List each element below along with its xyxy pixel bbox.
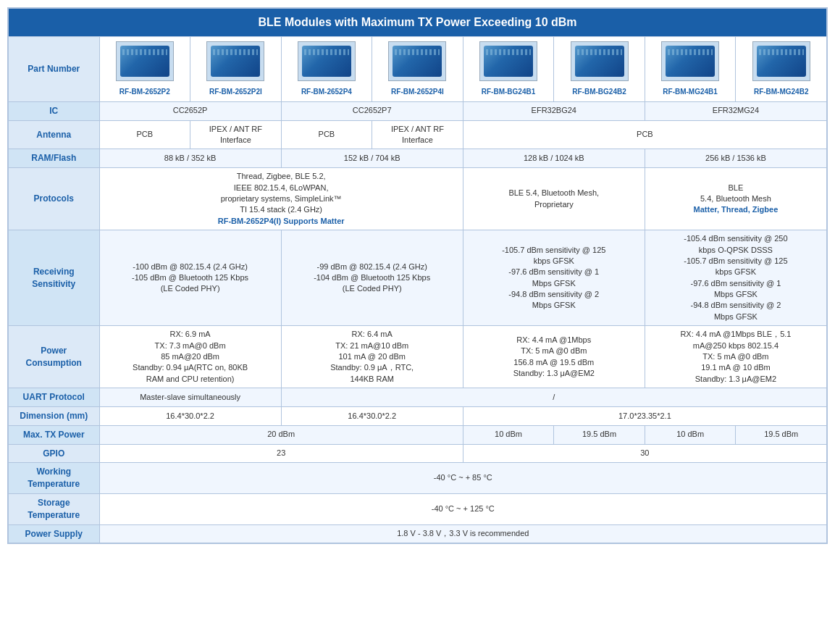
table-title: BLE Modules with Maximum TX Power Exceed…	[9, 9, 827, 37]
power-supply-label: Power Supply	[9, 524, 100, 543]
ic-cc2652p7: CC2652P7	[281, 101, 463, 120]
max-tx-4: 10 dBm	[645, 425, 736, 444]
dimension-1: 16.4*30.0*2.2	[99, 406, 281, 425]
protocols-label: Protocols	[9, 168, 100, 230]
ic-efr32mg24: EFR32MG24	[645, 101, 826, 120]
receiving-sensitivity-label: ReceivingSensitivity	[9, 230, 100, 326]
antenna-label: Antenna	[9, 120, 100, 149]
part-label-1: RF-BM-2652P2	[103, 87, 188, 97]
part-image-6	[571, 41, 629, 81]
ram-flash-3: 128 kB / 1024 kB	[463, 149, 645, 168]
part-col-1: RF-BM-2652P2	[99, 37, 190, 101]
part-col-2: RF-BM-2652P2I	[190, 37, 282, 101]
part-col-6: RF-BM-BG24B2	[554, 37, 645, 101]
gpio-23: 23	[99, 444, 463, 463]
recv-sens-3: -105.7 dBm sensitivity @ 125 kbps GFSK -…	[463, 230, 645, 326]
antenna-row: Antenna PCB IPEX / ANT RF Interface PCB …	[9, 120, 827, 149]
part-label-3: RF-BM-2652P4	[285, 87, 369, 97]
working-temp-val: -40 °C ~ + 85 °C	[99, 463, 826, 494]
part-number-row: Part Number RF-BM-2652P2 RF-BM-2652P2I R…	[9, 37, 827, 101]
ic-efr32bg24: EFR32BG24	[463, 101, 645, 120]
protocols-efr32bg24: BLE 5.4, Bluetooth Mesh,Proprietary	[463, 168, 645, 230]
working-temp-row: WorkingTemperature -40 °C ~ + 85 °C	[9, 463, 827, 494]
protocols-cc2652: Thread, Zigbee, BLE 5.2, IEEE 802.15.4, …	[99, 168, 463, 230]
part-image-4	[388, 41, 446, 81]
part-label-8: RF-BM-MG24B2	[739, 87, 823, 97]
power-consumption-row: PowerConsumption RX: 6.9 mA TX: 7.3 mA@0…	[9, 326, 827, 388]
part-col-8: RF-BM-MG24B2	[736, 37, 827, 101]
ic-row: IC CC2652P CC2652P7 EFR32BG24 EFR32MG24	[9, 101, 827, 120]
title-row: BLE Modules with Maximum TX Power Exceed…	[9, 9, 827, 37]
power-consumption-label: PowerConsumption	[9, 326, 100, 388]
gpio-30: 30	[463, 444, 826, 463]
receiving-sensitivity-row: ReceivingSensitivity -100 dBm @ 802.15.4…	[9, 230, 827, 326]
part-label-7: RF-BM-MG24B1	[648, 87, 733, 97]
power-cons-2: RX: 6.4 mA TX: 21 mA@10 dBm 101 mA @ 20 …	[281, 326, 463, 388]
ram-flash-label: RAM/Flash	[9, 149, 100, 168]
working-temp-label: WorkingTemperature	[9, 463, 100, 494]
uart-val-1: Master-slave simultaneously	[99, 388, 281, 407]
part-label-6: RF-BM-BG24B2	[557, 87, 642, 97]
max-tx-1: 20 dBm	[99, 425, 463, 444]
recv-sens-4: -105.4 dBm sensitivity @ 250 kbps O-QPSK…	[645, 230, 826, 326]
part-col-4: RF-BM-2652P4I	[372, 37, 463, 101]
recv-sens-1: -100 dBm @ 802.15.4 (2.4 GHz) -105 dBm @…	[99, 230, 281, 326]
max-tx-3: 19.5 dBm	[554, 425, 645, 444]
ic-cc2652p: CC2652P	[99, 101, 281, 120]
ram-flash-1: 88 kB / 352 kB	[99, 149, 281, 168]
part-image-7	[661, 41, 719, 81]
ram-flash-4: 256 kB / 1536 kB	[645, 149, 826, 168]
antenna-ipex-2: IPEX / ANT RF Interface	[372, 120, 463, 149]
power-cons-4: RX: 4.4 mA @1Mbps BLE，5.1 mA@250 kbps 80…	[645, 326, 826, 388]
part-image-8	[752, 41, 810, 81]
max-tx-power-row: Max. TX Power 20 dBm 10 dBm 19.5 dBm 10 …	[9, 425, 827, 444]
antenna-ipex-1: IPEX / ANT RF Interface	[190, 120, 282, 149]
ic-label: IC	[9, 101, 100, 120]
max-tx-power-label: Max. TX Power	[9, 425, 100, 444]
power-supply-row: Power Supply 1.8 V - 3.8 V，3.3 V is reco…	[9, 524, 827, 543]
part-label-5: RF-BM-BG24B1	[466, 87, 551, 97]
antenna-pcb-2: PCB	[281, 120, 372, 149]
part-number-label: Part Number	[9, 37, 100, 101]
dimension-3: 17.0*23.35*2.1	[463, 406, 826, 425]
antenna-pcb-1: PCB	[99, 120, 190, 149]
dimension-label: Dimension (mm)	[9, 406, 100, 425]
part-image-3	[298, 41, 356, 81]
ram-flash-2: 152 kB / 704 kB	[281, 149, 463, 168]
gpio-label: GPIO	[9, 444, 100, 463]
power-cons-1: RX: 6.9 mA TX: 7.3 mA@0 dBm 85 mA@20 dBm…	[99, 326, 281, 388]
max-tx-5: 19.5 dBm	[736, 425, 827, 444]
uart-protocol-row: UART Protocol Master-slave simultaneousl…	[9, 388, 827, 407]
antenna-pcb-all: PCB	[463, 120, 826, 149]
part-col-5: RF-BM-BG24B1	[463, 37, 554, 101]
recv-sens-2: -99 dBm @ 802.15.4 (2.4 GHz) -104 dBm @ …	[281, 230, 463, 326]
protocols-row: Protocols Thread, Zigbee, BLE 5.2, IEEE …	[9, 168, 827, 230]
storage-temp-row: StorageTemperature -40 °C ~ + 125 °C	[9, 493, 827, 524]
storage-temp-val: -40 °C ~ + 125 °C	[99, 493, 826, 524]
max-tx-2: 10 dBm	[463, 425, 554, 444]
dimension-row: Dimension (mm) 16.4*30.0*2.2 16.4*30.0*2…	[9, 406, 827, 425]
ram-flash-row: RAM/Flash 88 kB / 352 kB 152 kB / 704 kB…	[9, 149, 827, 168]
part-col-3: RF-BM-2652P4	[281, 37, 372, 101]
part-label-2: RF-BM-2652P2I	[193, 87, 278, 97]
part-label-4: RF-BM-2652P4I	[375, 87, 460, 97]
power-supply-val: 1.8 V - 3.8 V，3.3 V is recommended	[99, 524, 826, 543]
protocols-efr32mg24: BLE5.4, Bluetooth Mesh Matter, Thread, Z…	[645, 168, 826, 230]
storage-temp-label: StorageTemperature	[9, 493, 100, 524]
uart-val-2: /	[281, 388, 826, 407]
dimension-2: 16.4*30.0*2.2	[281, 406, 463, 425]
main-table-wrapper: BLE Modules with Maximum TX Power Exceed…	[7, 7, 828, 544]
part-image-1	[116, 41, 174, 81]
uart-protocol-label: UART Protocol	[9, 388, 100, 407]
part-col-7: RF-BM-MG24B1	[645, 37, 736, 101]
gpio-row: GPIO 23 30	[9, 444, 827, 463]
part-image-2	[206, 41, 264, 81]
part-image-5	[479, 41, 537, 81]
power-cons-3: RX: 4.4 mA @1Mbps TX: 5 mA @0 dBm 156.8 …	[463, 326, 645, 388]
